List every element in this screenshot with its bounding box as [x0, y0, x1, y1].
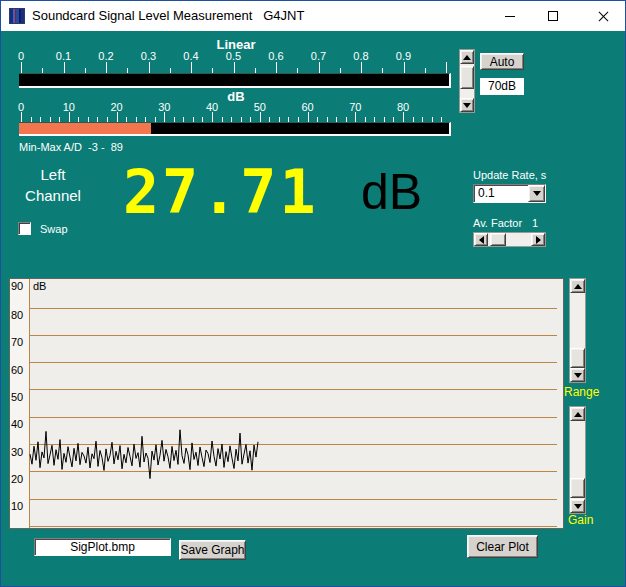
app-icon	[9, 8, 25, 24]
signal-plot-canvas: 908070605040302010dB	[10, 279, 563, 528]
svg-text:20: 20	[11, 473, 23, 485]
update-rate-combobox[interactable]: 0.1	[473, 184, 546, 203]
av-factor-right-button[interactable]	[531, 233, 545, 246]
titlebar: Soundcard Signal Level Measurement G4JNT	[1, 1, 625, 31]
dropdown-arrow-icon	[533, 191, 541, 196]
db-reading-unit: dB	[361, 163, 422, 221]
av-factor-left-button[interactable]	[474, 233, 488, 246]
filename-field[interactable]: SigPlot.bmp	[34, 538, 171, 556]
range-preset-label: 70dB	[480, 78, 524, 95]
left-arrow-icon	[479, 236, 484, 244]
close-button[interactable]	[584, 1, 622, 31]
gain-scroll-up-button[interactable]	[570, 407, 585, 421]
right-arrow-icon	[536, 236, 541, 244]
range-scroll-down-button[interactable]	[570, 368, 585, 382]
update-rate-label: Update Rate, s	[473, 169, 546, 181]
svg-text:70: 70	[11, 336, 23, 348]
update-rate-dropdown-button[interactable]	[528, 185, 545, 202]
db-level-fill	[19, 123, 151, 134]
window-title: Soundcard Signal Level Measurement G4JNT	[32, 1, 304, 31]
range-scroll-thumb[interactable]	[570, 348, 585, 368]
signal-plot: 908070605040302010dB	[9, 278, 564, 529]
linear-scale-ticks	[1, 62, 461, 73]
channel-label: Left Channel	[7, 164, 99, 206]
svg-text:60: 60	[11, 364, 23, 376]
range-label: Range	[564, 385, 599, 399]
level-scale-scrollbar[interactable]	[459, 49, 475, 113]
gain-scrollbar[interactable]	[569, 406, 586, 514]
clear-plot-button[interactable]: Clear Plot	[467, 535, 538, 558]
down-arrow-icon	[463, 103, 471, 108]
range-scrollbar[interactable]	[569, 278, 586, 383]
range-scroll-up-button[interactable]	[570, 279, 585, 293]
svg-text:40: 40	[11, 418, 23, 430]
maximize-button[interactable]	[534, 1, 572, 31]
scale-scroll-thumb[interactable]	[460, 66, 474, 89]
av-factor-scrollbar[interactable]	[473, 232, 546, 247]
app-window: Soundcard Signal Level Measurement G4JNT…	[0, 0, 626, 587]
db-level-bar	[19, 122, 451, 136]
scale-scroll-up-button[interactable]	[460, 50, 474, 64]
up-arrow-icon	[574, 284, 582, 289]
db-scale-ticks	[1, 112, 461, 122]
maximize-icon	[548, 11, 558, 21]
av-factor-label: Av. Factor	[473, 217, 522, 229]
svg-text:50: 50	[11, 391, 23, 403]
svg-text:80: 80	[11, 309, 23, 321]
linear-scale-labels: 00.10.20.30.40.50.60.70.80.9	[1, 50, 461, 62]
svg-text:30: 30	[11, 446, 23, 458]
gain-label: Gain	[568, 513, 593, 527]
svg-text:90: 90	[11, 280, 23, 292]
minimize-button[interactable]	[491, 1, 529, 31]
up-arrow-icon	[463, 55, 471, 60]
svg-text:dB: dB	[33, 280, 46, 292]
swap-checkbox-label: Swap	[40, 223, 68, 235]
av-factor-value: 1	[532, 217, 538, 229]
linear-level-bar	[19, 73, 451, 88]
minimize-icon	[505, 16, 515, 17]
av-factor-thumb[interactable]	[490, 233, 506, 246]
up-arrow-icon	[574, 412, 582, 417]
down-arrow-icon	[574, 504, 582, 509]
minmax-readout: Min-Max A/D -3 - 89	[19, 141, 123, 153]
gain-scroll-thumb[interactable]	[570, 478, 585, 498]
scale-scroll-down-button[interactable]	[460, 98, 474, 112]
swap-checkbox[interactable]	[18, 222, 31, 235]
save-graph-button[interactable]: Save Graph	[179, 540, 246, 560]
svg-text:10: 10	[11, 500, 23, 512]
auto-button[interactable]: Auto	[480, 53, 524, 70]
down-arrow-icon	[574, 373, 582, 378]
gain-scroll-down-button[interactable]	[570, 499, 585, 513]
db-reading-value: 27.71	[123, 157, 363, 227]
